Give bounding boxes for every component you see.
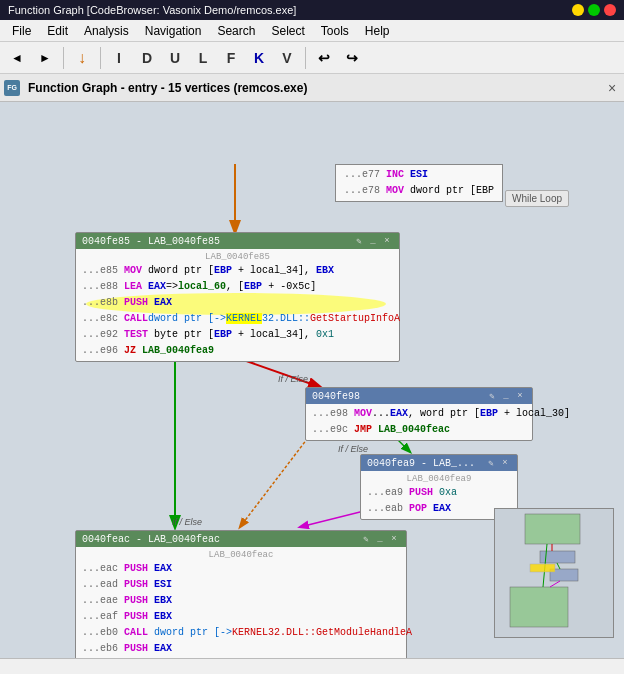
node-header-controls-2: ✎ _ × <box>486 390 526 402</box>
node-0040feac[interactable]: 0040feac - LAB_0040feac ✎ _ × LAB_0040fe… <box>75 530 407 658</box>
toolbar-v[interactable]: V <box>274 45 300 71</box>
graph-area[interactable]: While Loop ...e77 INC ESI ...e78 MOV dwo… <box>0 102 624 658</box>
tab-icon: FG <box>4 80 20 96</box>
back-button[interactable]: ◄ <box>4 45 30 71</box>
mini-map-svg <box>495 509 615 639</box>
node-min-icon-4[interactable]: _ <box>374 533 386 545</box>
node-header-1: 0040fe85 - LAB_0040fe85 ✎ _ × <box>76 233 399 249</box>
menu-file[interactable]: File <box>4 20 39 42</box>
menu-analysis[interactable]: Analysis <box>76 20 137 42</box>
node-title-2: 0040fe98 <box>312 391 360 402</box>
menu-select[interactable]: Select <box>263 20 312 42</box>
minimize-button[interactable] <box>572 4 584 16</box>
node-row-1-1: ...e85 MOV dword ptr [EBP + local_34], E… <box>80 263 395 279</box>
node-0040fe98[interactable]: 0040fe98 ✎ _ × ...e98 MOV...EAX, word pt… <box>305 387 533 441</box>
node-row-4-4: ...eaf PUSH EBX <box>80 609 402 625</box>
node-close-icon-3[interactable]: × <box>499 457 511 469</box>
node-header-4: 0040feac - LAB_0040feac ✎ _ × <box>76 531 406 547</box>
toolbar-separator-1 <box>63 47 64 69</box>
svg-line-12 <box>557 563 560 569</box>
svg-line-13 <box>550 581 560 587</box>
forward-button[interactable]: ► <box>32 45 58 71</box>
node-edit-icon-1[interactable]: ✎ <box>353 235 365 247</box>
node-edit-icon-3[interactable]: ✎ <box>485 457 497 469</box>
while-loop-label: While Loop <box>505 190 569 207</box>
down-arrow-button[interactable]: ↓ <box>69 45 95 71</box>
svg-rect-14 <box>530 564 555 572</box>
toolbar-l[interactable]: L <box>190 45 216 71</box>
svg-rect-9 <box>510 587 568 627</box>
title-bar: Function Graph [CodeBrowser: Vasonix Dem… <box>0 0 624 20</box>
node-edit-icon-4[interactable]: ✎ <box>360 533 372 545</box>
menu-navigation[interactable]: Navigation <box>137 20 210 42</box>
node-title-3: 0040fea9 - LAB_... <box>367 458 475 469</box>
menu-search[interactable]: Search <box>209 20 263 42</box>
toolbar-separator-2 <box>100 47 101 69</box>
toolbar: ◄ ► ↓ I D U L F K V ↩ ↪ <box>0 42 624 74</box>
toolbar-k[interactable]: K <box>246 45 272 71</box>
node-body-4: LAB_0040feac ...eac PUSH EAX ...ead PUSH… <box>76 547 406 658</box>
status-bar <box>0 658 624 674</box>
node-row-2-1: ...e98 MOV...EAX, word ptr [EBP + local_… <box>310 406 528 422</box>
node-header-controls-3: ✎ × <box>485 457 511 469</box>
node-label-center-4: LAB_0040feac <box>80 549 402 561</box>
menu-edit[interactable]: Edit <box>39 20 76 42</box>
tab-bar: FG Function Graph - entry - 15 vertices … <box>0 74 624 102</box>
node-row-1-5: ...e92 TEST byte ptr [EBP + local_34], 0… <box>80 327 395 343</box>
node-header-3: 0040fea9 - LAB_... ✎ × <box>361 455 517 471</box>
menu-bar: File Edit Analysis Navigation Search Sel… <box>0 20 624 42</box>
top-snippet-row1: ...e77 INC ESI <box>342 167 496 183</box>
if-else-label-2: If / Else <box>338 444 368 454</box>
node-row-4-6: ...eb6 PUSH EAX <box>80 641 402 657</box>
node-row-4-1: ...eac PUSH EAX <box>80 561 402 577</box>
top-snippet-row2: ...e78 MOV dword ptr [EBP <box>342 183 496 199</box>
menu-tools[interactable]: Tools <box>313 20 357 42</box>
node-label-center-1: LAB_0040fe85 <box>80 251 395 263</box>
close-button[interactable] <box>604 4 616 16</box>
node-row-1-6: ...e96 JZ LAB_0040fea9 <box>80 343 395 359</box>
undo-button[interactable]: ↩ <box>311 45 337 71</box>
maximize-button[interactable] <box>588 4 600 16</box>
window-title: Function Graph [CodeBrowser: Vasonix Dem… <box>8 4 296 16</box>
node-label-center-3: LAB_0040fea9 <box>365 473 513 485</box>
node-row-3-1: ...ea9 PUSH 0xa <box>365 485 513 501</box>
node-0040fe85[interactable]: 0040fe85 - LAB_0040fe85 ✎ _ × LAB_0040fe… <box>75 232 400 362</box>
node-header-2: 0040fe98 ✎ _ × <box>306 388 532 404</box>
node-header-controls-4: ✎ _ × <box>360 533 400 545</box>
if-else-label-3: If / Else <box>172 517 202 527</box>
node-row-4-2: ...ead PUSH ESI <box>80 577 402 593</box>
node-close-icon-1[interactable]: × <box>381 235 393 247</box>
toolbar-f[interactable]: F <box>218 45 244 71</box>
node-close-icon-4[interactable]: × <box>388 533 400 545</box>
tab-title: Function Graph - entry - 15 vertices (re… <box>28 81 307 95</box>
tab-close-button[interactable]: × <box>604 80 620 96</box>
node-min-icon-1[interactable]: _ <box>367 235 379 247</box>
node-title-1: 0040fe85 - LAB_0040fe85 <box>82 236 220 247</box>
node-body-2: ...e98 MOV...EAX, word ptr [EBP + local_… <box>306 404 532 440</box>
toolbar-i[interactable]: I <box>106 45 132 71</box>
window-controls <box>572 4 616 16</box>
node-title-4: 0040feac - LAB_0040feac <box>82 534 220 545</box>
node-row-1-2: ...e88 LEA EAX=>local_60, [EBP + -0x5c] <box>80 279 395 295</box>
node-edit-icon-2[interactable]: ✎ <box>486 390 498 402</box>
node-body-1: LAB_0040fe85 ...e85 MOV dword ptr [EBP +… <box>76 249 399 361</box>
node-row-4-3: ...eae PUSH EBX <box>80 593 402 609</box>
mini-map[interactable] <box>494 508 614 638</box>
node-row-1-4: ...e8c CALLdword ptr [->KERNEL32.DLL::Ge… <box>80 311 395 327</box>
svg-rect-6 <box>525 514 580 544</box>
toolbar-separator-3 <box>305 47 306 69</box>
redo-button[interactable]: ↪ <box>339 45 365 71</box>
menu-help[interactable]: Help <box>357 20 398 42</box>
node-close-icon-2[interactable]: × <box>514 390 526 402</box>
node-row-4-5: ...eb0 CALL dword ptr [->KERNEL32.DLL::G… <box>80 625 402 641</box>
toolbar-d[interactable]: D <box>134 45 160 71</box>
node-row-1-3: ...e8b PUSH EAX <box>80 295 395 311</box>
toolbar-u[interactable]: U <box>162 45 188 71</box>
node-min-icon-2[interactable]: _ <box>500 390 512 402</box>
node-header-controls-1: ✎ _ × <box>353 235 393 247</box>
node-row-3-2: ...eab POP EAX <box>365 501 513 517</box>
node-row-2-2: ...e9c JMP LAB_0040feac <box>310 422 528 438</box>
if-else-label-1: If / Else <box>278 374 308 384</box>
node-row-4-7: ...eb7 CALL FUN_00407452 <box>80 657 402 658</box>
top-snippet: ...e77 INC ESI ...e78 MOV dword ptr [EBP <box>335 164 503 202</box>
